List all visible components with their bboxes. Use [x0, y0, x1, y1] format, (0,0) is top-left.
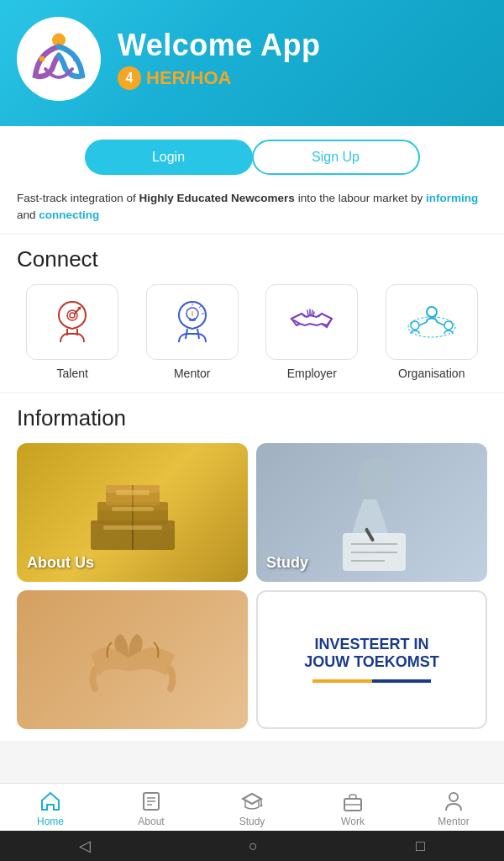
information-title: Information — [17, 405, 487, 431]
connect-title: Connect — [17, 246, 487, 272]
connect-organisation[interactable]: Organisation — [386, 284, 478, 380]
mentor-icon — [165, 295, 219, 349]
tagline-suffix: and — [17, 209, 39, 221]
svg-point-42 — [260, 805, 263, 807]
talent-icon-box — [26, 284, 118, 360]
invest-text: INVESTEERT IN JOUW TOEKOMST — [287, 619, 456, 700]
study-label: Study — [266, 554, 308, 572]
employer-label: Employer — [287, 367, 337, 380]
back-button[interactable]: ◁ — [79, 837, 91, 855]
svg-line-15 — [419, 322, 427, 325]
svg-point-4 — [70, 313, 75, 318]
mentor-label: Mentor — [174, 367, 211, 380]
tagline-link2[interactable]: connecting — [39, 209, 99, 221]
badge: 4 — [118, 66, 141, 90]
info-card-work[interactable] — [17, 590, 248, 729]
svg-rect-27 — [116, 490, 150, 495]
nav-work[interactable]: Work — [328, 790, 378, 827]
tagline-prefix: Fast-track integration of — [17, 192, 139, 204]
svg-rect-28 — [112, 507, 154, 511]
nav-about-label: About — [138, 816, 164, 827]
app-title: Welcome App — [118, 28, 321, 63]
information-section: Information — [0, 394, 504, 741]
svg-point-2 — [73, 56, 78, 61]
handshake-icon — [82, 609, 183, 710]
svg-point-12 — [427, 307, 437, 317]
employer-icon — [285, 295, 339, 349]
info-card-study[interactable]: Study — [256, 443, 487, 582]
svg-point-14 — [444, 321, 453, 330]
nav-home[interactable]: Home — [25, 790, 76, 827]
auth-section: Login Sign Up — [0, 126, 504, 185]
svg-line-16 — [437, 322, 444, 325]
connect-section: Connect — [0, 235, 504, 392]
talent-icon — [45, 295, 99, 349]
organisation-label: Organisation — [398, 367, 465, 380]
svg-point-17 — [408, 317, 455, 337]
nav-mentor[interactable]: Mentor — [428, 790, 479, 827]
invest-line2: JOUW TOEKOMST — [304, 653, 439, 671]
info-card-invest[interactable]: INVESTEERT IN JOUW TOEKOMST — [256, 590, 487, 729]
nav-about[interactable]: About — [126, 790, 176, 827]
connect-talent[interactable]: Talent — [26, 284, 118, 380]
home-button[interactable]: ○ — [249, 837, 258, 855]
about-label: About Us — [27, 554, 94, 572]
tagline-middle: into the labour market by — [295, 192, 426, 204]
nav-study-label: Study — [239, 816, 265, 827]
recents-button[interactable]: □ — [416, 837, 425, 855]
header-text: Welcome App 4 HER/HOA — [118, 28, 321, 90]
nav-work-label: Work — [341, 816, 365, 827]
employer-icon-box — [265, 284, 358, 360]
svg-rect-29 — [103, 526, 162, 530]
study-nav-icon — [241, 790, 263, 812]
info-grid: About Us — [17, 443, 487, 729]
study-icon — [322, 453, 423, 571]
tagline-bold: Highly Educated Newcomers — [139, 192, 295, 204]
connect-employer[interactable]: Employer — [265, 284, 358, 380]
nav-home-label: Home — [37, 816, 64, 827]
invest-line1: INVESTEERT IN — [304, 636, 439, 653]
invest-divider — [312, 679, 431, 683]
signup-button[interactable]: Sign Up — [252, 140, 420, 175]
subtitle: HER/HOA — [146, 67, 231, 89]
svg-line-10 — [199, 306, 201, 308]
invest-bg: INVESTEERT IN JOUW TOEKOMST — [258, 592, 486, 727]
nav-mentor-label: Mentor — [438, 816, 469, 827]
mentor-nav-icon — [443, 790, 465, 812]
talent-label: Talent — [57, 367, 88, 380]
tagline-link1[interactable]: informing — [426, 192, 478, 204]
connect-mentor[interactable]: Mentor — [146, 284, 239, 380]
organisation-icon — [405, 295, 459, 349]
svg-point-1 — [39, 56, 45, 61]
bottom-nav: Home About Study Work — [0, 783, 504, 831]
about-icon — [140, 790, 162, 812]
android-navbar: ◁ ○ □ — [0, 831, 504, 861]
packages-icon — [82, 470, 183, 554]
app-logo — [17, 17, 101, 101]
work-icon — [342, 790, 364, 812]
svg-point-30 — [358, 457, 395, 499]
organisation-icon-box — [386, 284, 478, 360]
nav-study[interactable]: Study — [227, 790, 277, 827]
home-icon — [39, 790, 61, 812]
work-bg — [17, 590, 248, 729]
login-button[interactable]: Login — [85, 140, 253, 175]
connect-grid: Talent — [17, 284, 487, 380]
mentor-icon-box — [146, 284, 239, 360]
svg-point-13 — [411, 321, 419, 330]
svg-point-45 — [449, 793, 458, 801]
tagline: Fast-track integration of Highly Educate… — [0, 185, 504, 233]
info-card-about[interactable]: About Us — [17, 443, 248, 582]
header: Welcome App 4 HER/HOA — [0, 0, 504, 126]
